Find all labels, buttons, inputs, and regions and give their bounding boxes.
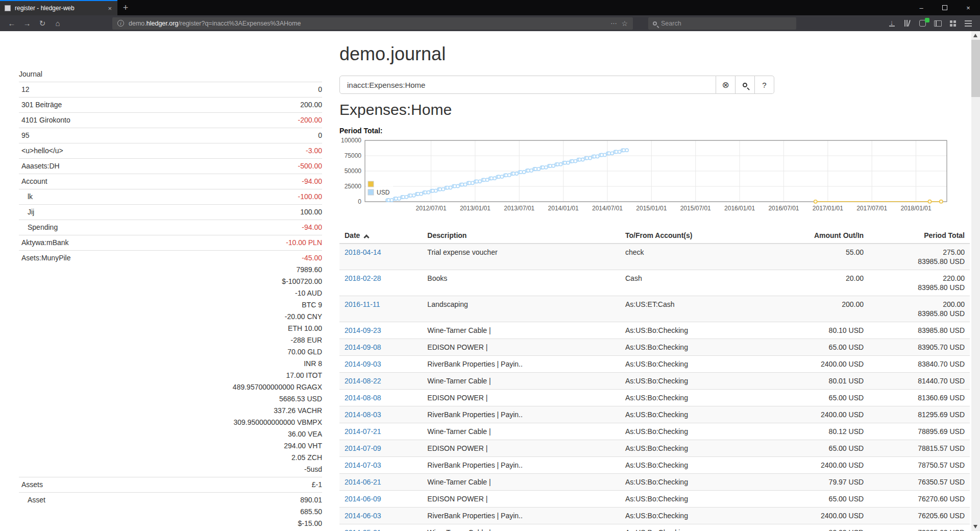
reload-button[interactable]: ↻ bbox=[35, 17, 50, 30]
register-row: 2014-08-08EDISON POWER |As:US:Bo:Checkin… bbox=[339, 390, 970, 406]
account-heading: Expenses:Home bbox=[339, 101, 970, 118]
transaction-description: Wine-Tarner Cable | bbox=[422, 373, 620, 390]
page-actions-icon[interactable]: ⋯ bbox=[610, 19, 617, 27]
search-query-input[interactable] bbox=[339, 76, 716, 94]
url-bar[interactable]: i demo.hledger.org/register?q=inacct%3AE… bbox=[112, 17, 633, 30]
vertical-scrollbar[interactable] bbox=[971, 31, 980, 531]
svg-text:USD: USD bbox=[377, 189, 390, 196]
transaction-date-link[interactable]: 2014-08-03 bbox=[345, 411, 381, 419]
transaction-date-link[interactable]: 2014-06-09 bbox=[345, 495, 381, 503]
journal-link[interactable]: Journal bbox=[19, 70, 42, 78]
account-balance: 36.00 VEA bbox=[130, 428, 322, 440]
window-close-button[interactable]: × bbox=[957, 0, 980, 15]
transaction-date-link[interactable]: 2014-08-08 bbox=[345, 394, 381, 402]
tab-close-icon[interactable]: × bbox=[107, 5, 113, 12]
transaction-date-link[interactable]: 2018-04-14 bbox=[345, 248, 381, 256]
transaction-description: RiverBank Properties | Payin.. bbox=[422, 406, 620, 423]
site-info-icon[interactable]: i bbox=[117, 20, 124, 27]
download-icon[interactable]: ↓ bbox=[884, 17, 899, 30]
transaction-description: EDISON POWER | bbox=[422, 390, 620, 406]
sidebar-account-link[interactable]: 12 bbox=[21, 85, 30, 93]
transaction-description: EDISON POWER | bbox=[422, 339, 620, 356]
scroll-up-icon[interactable] bbox=[973, 34, 977, 37]
transaction-date-link[interactable]: 2014-07-09 bbox=[345, 444, 381, 452]
register-row: 2018-04-14Trial expense vouchercheck55.0… bbox=[339, 244, 970, 270]
help-button[interactable]: ? bbox=[755, 76, 774, 94]
transaction-account: As:US:Bo:Checking bbox=[620, 356, 755, 373]
clear-icon: ⊗ bbox=[722, 80, 729, 90]
scrollbar-thumb[interactable] bbox=[971, 40, 980, 97]
sidebar-account-link[interactable]: Aktywa:mBank bbox=[21, 238, 69, 247]
transaction-account: check bbox=[620, 244, 755, 270]
account-balance: 685.50 bbox=[130, 506, 322, 518]
account-balance: -288 EUR bbox=[130, 334, 322, 346]
register-row: 2014-07-21Wine-Tarner Cable |As:US:Bo:Ch… bbox=[339, 423, 970, 440]
sidebar-account-link[interactable]: Jij bbox=[28, 208, 34, 216]
account-balance: -45.00 bbox=[130, 252, 322, 264]
svg-text:2013/01/01: 2013/01/01 bbox=[460, 205, 491, 212]
register-header-row: Date Description To/From Account(s) Amou… bbox=[339, 228, 970, 244]
transaction-date-link[interactable]: 2014-09-23 bbox=[345, 326, 381, 334]
register-row: 2016-11-11LandscapingAs:US:ET:Cash200.00… bbox=[339, 296, 970, 322]
transaction-description: RiverBank Properties | Payin.. bbox=[422, 457, 620, 474]
forward-button[interactable]: → bbox=[19, 17, 35, 30]
browser-navbar: ← → ↻ ⌂ i demo.hledger.org/register?q=in… bbox=[0, 15, 980, 31]
sidebar-toggle-icon[interactable] bbox=[930, 17, 945, 30]
transaction-date-link[interactable]: 2014-05-21 bbox=[345, 528, 381, 531]
transaction-date-link[interactable]: 2014-09-03 bbox=[345, 360, 381, 368]
column-period-total: Period Total bbox=[869, 228, 970, 244]
column-date[interactable]: Date bbox=[339, 228, 422, 244]
browser-tab[interactable]: register - hledger-web × bbox=[0, 0, 117, 15]
sidebar-account-link[interactable]: 301 Beiträge bbox=[21, 101, 62, 109]
menu-icon[interactable] bbox=[961, 17, 976, 30]
column-account: To/From Account(s) bbox=[620, 228, 755, 244]
home-button[interactable]: ⌂ bbox=[50, 17, 65, 30]
new-tab-button[interactable]: + bbox=[117, 0, 134, 15]
scroll-down-icon[interactable] bbox=[973, 525, 977, 528]
svg-text:2018/01/01: 2018/01/01 bbox=[901, 205, 932, 212]
sidebar-account-link[interactable]: <u>hello</u> bbox=[21, 147, 63, 155]
svg-text:25000: 25000 bbox=[345, 183, 362, 190]
window-minimize-button[interactable]: – bbox=[910, 0, 933, 15]
transaction-date-link[interactable]: 2014-08-22 bbox=[345, 377, 381, 385]
bookmark-star-icon[interactable]: ☆ bbox=[621, 19, 628, 28]
grid-icon[interactable] bbox=[945, 17, 961, 30]
sidebar-account-link[interactable]: 95 bbox=[21, 131, 30, 139]
sidebar-account-link[interactable]: 4101 Girokonto bbox=[21, 116, 70, 124]
transaction-date-link[interactable]: 2016-11-11 bbox=[345, 300, 380, 308]
account-balance: 294.00 VHT bbox=[130, 440, 322, 452]
account-balance: 70.00 GLD bbox=[130, 346, 322, 358]
transaction-date-link[interactable]: 2014-09-08 bbox=[345, 343, 381, 351]
transaction-account: As:US:Bo:Checking bbox=[620, 423, 755, 440]
sidebar-account-link[interactable]: Asset bbox=[28, 496, 45, 504]
transaction-date-link[interactable]: 2014-06-03 bbox=[345, 512, 381, 520]
transaction-date-link[interactable]: 2014-06-21 bbox=[345, 478, 381, 486]
tab-favicon-icon bbox=[5, 5, 11, 11]
transaction-date-link[interactable]: 2018-02-28 bbox=[345, 274, 381, 282]
period-total: 81360.69 USD bbox=[869, 390, 970, 406]
library-icon[interactable] bbox=[899, 17, 915, 30]
clear-search-button[interactable]: ⊗ bbox=[716, 76, 736, 94]
browser-search-bar[interactable]: Search bbox=[648, 17, 796, 30]
sidebar-account-link[interactable]: Assets bbox=[21, 480, 43, 489]
sidebar-account-row: 4101 Girokonto-200.00 bbox=[19, 113, 322, 128]
transaction-date-link[interactable]: 2014-07-21 bbox=[345, 427, 381, 436]
accounts-sidebar: Journal 120301 Beiträge200.004101 Giroko… bbox=[0, 31, 325, 531]
transaction-description: Books bbox=[422, 270, 620, 296]
transaction-date-link[interactable]: 2014-07-03 bbox=[345, 461, 381, 469]
period-total: 81440.70 USD bbox=[869, 373, 970, 390]
sidebar-account-link[interactable]: Account bbox=[21, 177, 47, 185]
transaction-amount: 80.03 USD bbox=[755, 524, 869, 531]
sidebar-account-link[interactable]: Aaasets:DH bbox=[21, 162, 60, 170]
search-icon bbox=[653, 21, 657, 26]
tab-title: register - hledger-web bbox=[15, 5, 103, 12]
sidebar-account-link[interactable]: Spending bbox=[28, 223, 58, 231]
back-button[interactable]: ← bbox=[4, 17, 19, 30]
extension-badge bbox=[925, 18, 929, 22]
search-button[interactable] bbox=[736, 76, 755, 94]
sidebar-account-link[interactable]: lk bbox=[28, 192, 33, 201]
extension-icon[interactable] bbox=[915, 17, 930, 30]
account-balance: 200.00 bbox=[130, 99, 322, 111]
window-maximize-button[interactable] bbox=[933, 0, 957, 15]
sidebar-account-link[interactable]: Asets:MunyPile bbox=[21, 254, 70, 262]
